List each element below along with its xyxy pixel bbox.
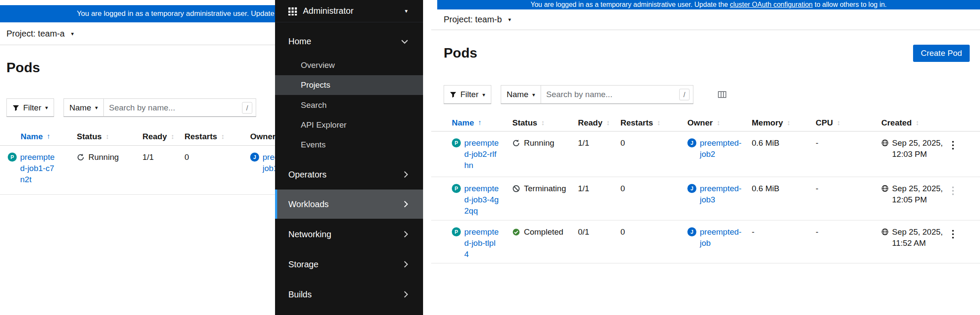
column-header-label: Memory xyxy=(752,118,783,128)
sort-icon: ↕ xyxy=(171,133,174,141)
column-header-label: Owner xyxy=(250,132,275,141)
cpu-cell: - xyxy=(816,226,818,238)
column-header-restarts[interactable]: Restarts ↕ xyxy=(620,118,660,128)
sidebar-item-search[interactable]: Search xyxy=(275,95,423,115)
sort-icon: ↕ xyxy=(606,119,610,127)
search-input[interactable] xyxy=(103,98,256,117)
timestamp-globe-icon xyxy=(881,139,889,147)
pod-resource-badge: P xyxy=(452,184,461,193)
job-resource-badge: J xyxy=(687,138,696,147)
owner-link[interactable]: preempted-job3 xyxy=(700,183,744,205)
kebab-menu-button[interactable] xyxy=(950,139,956,151)
sidebar-item-networking[interactable]: Networking xyxy=(275,220,423,249)
sort-icon: ↕ xyxy=(787,119,790,127)
oauth-config-link[interactable]: cluster OAuth configuration xyxy=(730,1,813,8)
search-attribute-label: Name xyxy=(70,103,91,113)
pod-link[interactable]: preempted-job1-c7n2t xyxy=(20,152,55,185)
pod-resource-badge: P xyxy=(8,153,17,162)
search-attribute-dropdown[interactable]: Name ▾ xyxy=(64,98,103,117)
pod-link[interactable]: preempted-job-tlpl4 xyxy=(464,226,499,260)
sidebar-item-events[interactable]: Events xyxy=(275,135,423,155)
table-row: P preempted-job2-rlfhn Running 1/1 0 J p… xyxy=(431,132,980,177)
filter-dropdown-button[interactable]: Filter ▾ xyxy=(444,85,491,104)
table-header-row: Name ↑ Status ↕ Ready ↕ Restarts ↕ Owner… xyxy=(431,116,980,132)
kebab-menu-button[interactable] xyxy=(950,185,956,197)
project-selector[interactable]: Project: team-b ▾ xyxy=(431,9,980,30)
column-header-status[interactable]: Status ↕ xyxy=(512,118,544,128)
column-header-restarts[interactable]: Restarts ↕ xyxy=(185,132,224,141)
timestamp-globe-icon xyxy=(881,228,889,235)
login-banner: You are logged in as a temporary adminis… xyxy=(437,0,980,9)
sidebar-item-api-explorer[interactable]: API Explorer xyxy=(275,115,423,135)
status-text: Running xyxy=(524,138,554,149)
caret-down-icon: ▾ xyxy=(45,105,48,110)
search-field-wrap: / xyxy=(541,85,693,104)
banner-text: You are logged in as a temporary adminis… xyxy=(530,1,730,8)
column-header-label: Created xyxy=(881,118,912,128)
search-attribute-dropdown[interactable]: Name ▾ xyxy=(501,85,541,104)
sort-icon: ↕ xyxy=(541,119,544,127)
sidebar-item-overview[interactable]: Overview xyxy=(275,55,423,75)
table-row: P preempted-job3-4g2qq Terminating 1/1 0… xyxy=(431,177,980,220)
column-header-status[interactable]: Status ↕ xyxy=(77,132,109,141)
restarts-cell: 0 xyxy=(185,152,189,163)
project-selector[interactable]: Project: team-a ▾ xyxy=(0,22,275,45)
sort-icon: ↕ xyxy=(717,119,720,127)
status-cell: Running xyxy=(512,138,554,149)
job-resource-badge: J xyxy=(250,153,259,162)
column-management-button[interactable] xyxy=(714,85,730,104)
owner-cell: J preempted-job3 xyxy=(687,183,744,205)
sort-icon: ↕ xyxy=(221,133,224,141)
owner-link[interactable]: preempted-job xyxy=(700,226,744,249)
toolbar: Filter ▾ Name ▾ / xyxy=(444,85,730,104)
owner-cell: J preempted-job1 xyxy=(250,152,275,174)
perspective-switcher[interactable]: Administrator ▾ xyxy=(275,0,423,22)
sidebar-item-workloads[interactable]: Workloads xyxy=(275,190,423,219)
filter-dropdown-button[interactable]: Filter ▾ xyxy=(6,98,54,117)
created-cell: Sep 25, 2025, 12:03 PM xyxy=(881,138,946,160)
grid-icon xyxy=(288,7,297,15)
sidebar-item-storage[interactable]: Storage xyxy=(275,250,423,279)
pod-name-cell: P preempted-job3-4g2qq xyxy=(452,183,499,217)
table-row: P preempted-job1-c7n2t Running 1/1 0 J p… xyxy=(0,146,275,195)
perspective-label: Administrator xyxy=(303,6,354,16)
search-input[interactable] xyxy=(541,85,693,104)
kebab-menu-button[interactable] xyxy=(950,228,956,240)
banner-text: You are logged in as a temporary adminis… xyxy=(77,9,275,18)
table-row: P preempted-job-tlpl4 Completed 0/1 0 J … xyxy=(431,220,980,263)
sidebar-item-builds[interactable]: Builds xyxy=(275,280,423,309)
caret-down-icon: ▾ xyxy=(95,105,98,110)
chevron-right-icon xyxy=(403,171,408,178)
pod-link[interactable]: preempted-job3-4g2qq xyxy=(464,183,499,217)
timestamp-text: Sep 25, 2025, 12:03 PM xyxy=(892,138,946,160)
owner-cell: J preempted-job xyxy=(687,226,744,249)
caret-down-icon: ▾ xyxy=(405,8,408,14)
sidebar-item-label: Home xyxy=(288,37,311,46)
column-header-name[interactable]: Name ↑ xyxy=(21,132,50,141)
column-header-label: Ready xyxy=(142,132,167,141)
sidebar-item-operators[interactable]: Operators xyxy=(275,160,423,189)
column-header-owner[interactable]: Owner ↕ xyxy=(250,132,275,141)
pod-link[interactable]: preempted-job2-rlfhn xyxy=(464,138,499,171)
column-header-name[interactable]: Name ↑ xyxy=(452,118,481,128)
column-header-ready[interactable]: Ready ↕ xyxy=(142,132,174,141)
column-header-memory[interactable]: Memory ↕ xyxy=(752,118,790,128)
sidebar-item-label: Storage xyxy=(288,260,318,269)
ready-cell: 1/1 xyxy=(578,183,589,194)
column-header-label: CPU xyxy=(816,118,833,128)
sidebar-item-label: Builds xyxy=(288,290,312,300)
column-header-ready[interactable]: Ready ↕ xyxy=(578,118,610,128)
owner-link[interactable]: preempted-job1 xyxy=(263,152,275,174)
sidebar-item-label: API Explorer xyxy=(301,120,347,130)
timestamp-text: Sep 25, 2025, 12:05 PM xyxy=(892,183,946,205)
search-field-wrap: / xyxy=(103,98,256,117)
sidebar-item-projects[interactable]: Projects xyxy=(275,75,423,95)
owner-link[interactable]: preempted-job2 xyxy=(700,138,744,160)
create-pod-button[interactable]: Create Pod xyxy=(913,45,970,62)
filter-dropdown-label: Filter xyxy=(460,90,478,99)
sidebar-item-home[interactable]: Home xyxy=(275,31,423,52)
column-header-cpu[interactable]: CPU ↕ xyxy=(816,118,840,128)
column-header-created[interactable]: Created ↕ xyxy=(881,118,919,128)
owner-cell: J preempted-job2 xyxy=(687,138,744,160)
column-header-owner[interactable]: Owner ↕ xyxy=(687,118,720,128)
